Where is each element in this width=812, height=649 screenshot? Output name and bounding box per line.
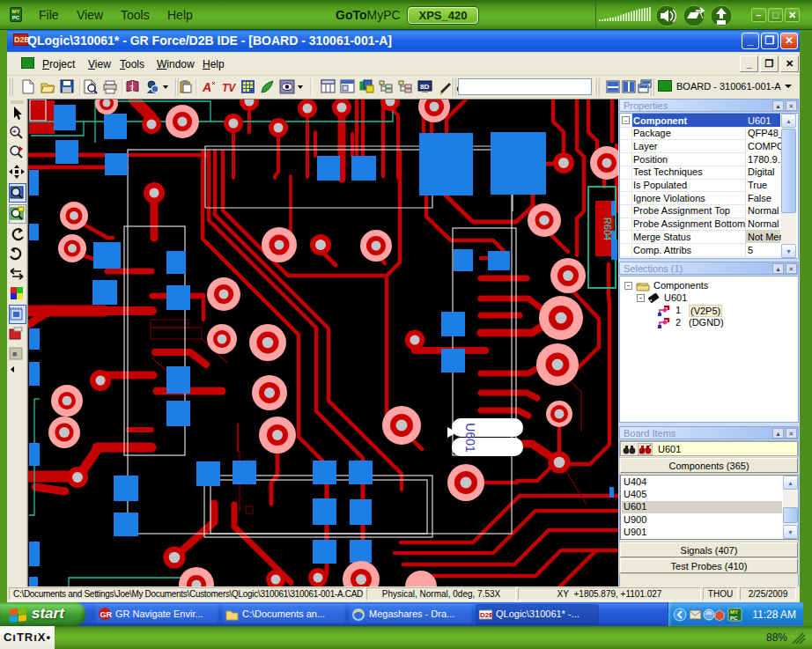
svg-text:A: A — [202, 80, 211, 94]
svg-text:?: ? — [129, 84, 134, 92]
svg-text:TV: TV — [222, 82, 236, 94]
svg-text:U601: U601 — [463, 423, 477, 453]
svg-text:8D: 8D — [420, 83, 429, 91]
svg-text:MY: MY — [730, 609, 738, 615]
svg-text:GR: GR — [100, 610, 113, 619]
svg-text:+: + — [12, 128, 17, 136]
svg-text:PC: PC — [730, 616, 738, 621]
svg-text:■: ■ — [12, 350, 17, 358]
svg-text:R604: R604 — [602, 218, 613, 240]
svg-text:D2B: D2B — [480, 611, 492, 619]
